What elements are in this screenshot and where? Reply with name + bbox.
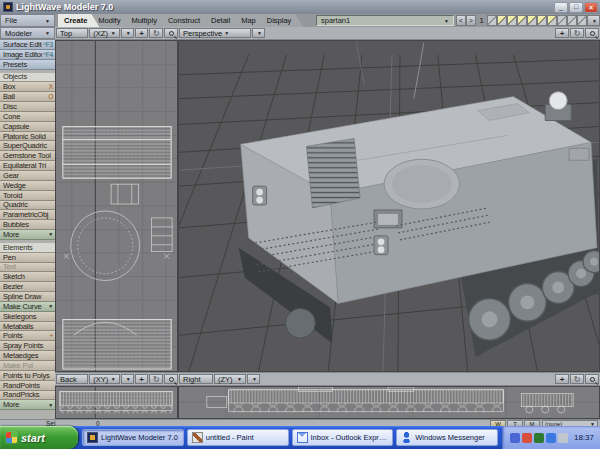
viewport-top-menu-button[interactable]: ▼ xyxy=(121,28,134,38)
sidebar-item-quadric[interactable]: Quadric xyxy=(0,201,55,211)
tab-display[interactable]: Display xyxy=(261,14,304,27)
viewport-back-canvas[interactable] xyxy=(55,386,178,419)
taskbar-task-lightwave-modeler-7-0[interactable]: LightWave Modeler 7.0 xyxy=(82,429,184,446)
sidebar-item-capsule[interactable]: Capsule xyxy=(0,122,55,132)
sidebar-item-points[interactable]: Points+ xyxy=(0,331,55,341)
sidebar-item-more[interactable]: More▼ xyxy=(0,230,55,240)
rotate-icon[interactable]: ↻ xyxy=(570,374,584,384)
sidebar-item-presets[interactable]: Presets xyxy=(0,60,55,70)
viewport-perspective-type-selector[interactable]: Perspective ▼ xyxy=(179,28,251,38)
sidebar-item-platonic-solid[interactable]: Platonic Solid xyxy=(0,132,55,142)
tray-icon-5[interactable] xyxy=(558,433,568,443)
layer-button-1[interactable] xyxy=(487,15,497,26)
maximize-button[interactable]: □ xyxy=(569,2,583,13)
sidebar-item-disc[interactable]: Disc xyxy=(0,102,55,112)
viewport-right-label-button[interactable]: Right xyxy=(179,374,213,384)
pan-icon[interactable]: + xyxy=(135,28,149,38)
modeler-menu-button[interactable]: Modeler ▼ xyxy=(0,27,55,39)
sidebar-item-pen[interactable]: Pen xyxy=(0,253,55,263)
viewport-back-menu-button[interactable]: ▼ xyxy=(121,374,134,384)
sidebar-item-label: More xyxy=(3,400,46,409)
tray-icon-1[interactable] xyxy=(510,433,520,443)
rotate-icon[interactable]: ↻ xyxy=(149,374,163,384)
sidebar-item-metaballs[interactable]: Metaballs xyxy=(0,322,55,332)
sidebar-item-bezier[interactable]: Bezier xyxy=(0,282,55,292)
minimize-button[interactable]: _ xyxy=(554,2,568,13)
viewport-top-canvas[interactable] xyxy=(55,40,178,372)
viewport-perspective-canvas[interactable] xyxy=(178,40,600,372)
sidebar-item-points-to-polys[interactable]: Points to Polys xyxy=(0,371,55,381)
chevron-down-icon: ▼ xyxy=(126,30,131,36)
viewport-top-axis-label: (XZ) xyxy=(93,29,108,38)
sidebar-item-randpoints[interactable]: RandPoints xyxy=(0,381,55,391)
title-bar: LightWave Modeler 7.0 _ □ × xyxy=(0,0,600,14)
tray-icon-4[interactable] xyxy=(546,433,556,443)
sidebar-item-gear[interactable]: Gear xyxy=(0,171,55,181)
sidebar-item-sketch[interactable]: Sketch xyxy=(0,272,55,282)
viewport-right-canvas[interactable] xyxy=(178,386,600,419)
layer-button-7[interactable] xyxy=(547,15,557,26)
tray-icon-3[interactable] xyxy=(534,433,544,443)
viewport-back-axis-selector[interactable]: (XY) ▼ xyxy=(89,374,119,384)
viewport-right-axis-label: (ZY) xyxy=(218,375,233,384)
sidebar-item-spray-points[interactable]: Spray Points xyxy=(0,341,55,351)
start-button[interactable]: start xyxy=(0,426,78,449)
sidebar-item-bubbles[interactable]: Bubbles xyxy=(0,220,55,230)
layer-button-10[interactable] xyxy=(577,15,587,26)
layer-button-6[interactable] xyxy=(537,15,547,26)
zoom-icon[interactable] xyxy=(164,28,178,38)
rotate-icon[interactable]: ↻ xyxy=(570,28,584,38)
viewport-back-label-button[interactable]: Back xyxy=(56,374,88,384)
sidebar-item-ball[interactable]: BallO xyxy=(0,92,55,102)
rotate-icon[interactable]: ↻ xyxy=(149,28,163,38)
layer-options-button[interactable]: ▼ xyxy=(587,15,600,26)
sidebar-item-superquadric[interactable]: SuperQuadric xyxy=(0,141,55,151)
taskbar-task-windows-messenger[interactable]: Windows Messenger xyxy=(396,429,498,446)
tray-icon-2[interactable] xyxy=(522,433,532,443)
zoom-icon[interactable] xyxy=(585,28,599,38)
viewport-back-header: Back (XY) ▼ ▼ + ↻ xyxy=(55,373,178,385)
sidebar-item-surface-editor[interactable]: Surface Editor^F3 xyxy=(0,40,55,50)
close-button[interactable]: × xyxy=(584,2,598,13)
file-menu-button[interactable]: File ▼ xyxy=(0,14,55,27)
pan-icon[interactable]: + xyxy=(135,374,149,384)
sidebar-item-toroid[interactable]: Toroid xyxy=(0,191,55,201)
back-view-wireframe xyxy=(56,387,177,418)
viewport-right-axis-selector[interactable]: (ZY) ▼ xyxy=(214,374,246,384)
layer-button-5[interactable] xyxy=(527,15,537,26)
viewport-right-menu-button[interactable]: ▼ xyxy=(247,374,260,384)
sidebar-item-randpricks[interactable]: RandPricks xyxy=(0,391,55,401)
sidebar-item-spline-draw[interactable]: Spline Draw xyxy=(0,292,55,302)
sidebar-item-box[interactable]: BoxX xyxy=(0,82,55,92)
sidebar-item-make-curve[interactable]: Make Curve▼ xyxy=(0,302,55,312)
viewport-perspective-menu-button[interactable]: ▼ xyxy=(252,28,265,38)
sidebar-item-label: Image Editor xyxy=(3,50,42,59)
pan-icon[interactable]: + xyxy=(555,374,569,384)
taskbar-task-untitled-paint[interactable]: untitled - Paint xyxy=(187,429,289,446)
layer-button-4[interactable] xyxy=(517,15,527,26)
tab-construct[interactable]: Construct xyxy=(162,14,212,27)
viewport-top-label-button[interactable]: Top xyxy=(56,28,88,38)
zoom-icon[interactable] xyxy=(585,374,599,384)
taskbar-task-inbox-outlook-express[interactable]: Inbox - Outlook Express xyxy=(292,429,394,446)
sidebar-item-equilateral-tri[interactable]: Equilateral Tri xyxy=(0,161,55,171)
sidebar-item-image-editor[interactable]: Image Editor^F4 xyxy=(0,50,55,60)
sidebar-item-cone[interactable]: Cone xyxy=(0,112,55,122)
next-layer-bank-button[interactable]: > xyxy=(466,15,476,26)
sidebar-item-more[interactable]: More▼ xyxy=(0,400,55,410)
pan-icon[interactable]: + xyxy=(555,28,569,38)
layer-button-2[interactable] xyxy=(497,15,507,26)
sidebar-item-skelegons[interactable]: Skelegons xyxy=(0,312,55,322)
prev-layer-bank-button[interactable]: < xyxy=(456,15,466,26)
layer-button-8[interactable] xyxy=(557,15,567,26)
zoom-icon[interactable] xyxy=(164,374,178,384)
sidebar-item-gemstone-tool[interactable]: Gemstone Tool xyxy=(0,151,55,161)
viewport-top-axis-selector[interactable]: (XZ) ▼ xyxy=(89,28,119,38)
sidebar-item-label: Bezier xyxy=(3,282,53,291)
sidebar-item-parametricobj[interactable]: ParametricObj xyxy=(0,210,55,220)
object-selector[interactable]: spartan1 ▼ xyxy=(316,15,454,26)
sidebar-item-metaedges[interactable]: Metaedges xyxy=(0,351,55,361)
sidebar-item-wedge[interactable]: Wedge xyxy=(0,181,55,191)
layer-button-3[interactable] xyxy=(507,15,517,26)
layer-button-9[interactable] xyxy=(567,15,577,26)
